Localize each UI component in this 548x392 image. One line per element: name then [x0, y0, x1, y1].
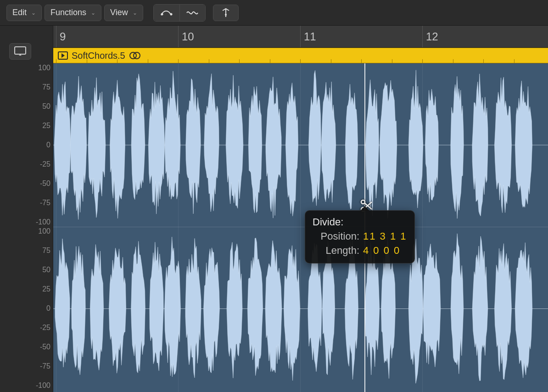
- view-menu-label: View: [110, 8, 128, 17]
- svg-marker-54: [472, 236, 488, 381]
- functions-menu[interactable]: Functions ⌄: [45, 5, 101, 21]
- svg-marker-13: [148, 82, 164, 214]
- svg-marker-31: [515, 81, 532, 207]
- svg-marker-28: [451, 76, 464, 218]
- amplitude-label: 75: [42, 83, 50, 91]
- svg-marker-55: [494, 244, 511, 380]
- svg-marker-35: [90, 245, 103, 370]
- amplitude-label: -50: [40, 179, 50, 188]
- amplitude-label: 100: [38, 227, 50, 235]
- svg-marker-45: [284, 246, 300, 381]
- svg-marker-23: [345, 84, 358, 209]
- amplitude-label: -25: [40, 160, 50, 168]
- chevron-down-icon: ⌄: [133, 10, 137, 16]
- tooltip-key: Length:: [313, 244, 363, 258]
- svg-marker-24: [366, 80, 379, 216]
- waveform-area[interactable]: Divide: Position:11 3 1 1Length:4 0 0 0: [53, 63, 548, 392]
- amplitude-label: -75: [40, 362, 50, 370]
- waveform-right-svg: [53, 227, 548, 390]
- ruler-bar-label: 10: [182, 30, 194, 43]
- tooltip-title: Divide:: [313, 215, 407, 230]
- svg-marker-11: [110, 80, 125, 218]
- svg-marker-33: [55, 239, 70, 367]
- tooltip-row: Length:4 0 0 0: [313, 244, 407, 258]
- svg-marker-10: [88, 78, 106, 218]
- svg-marker-12: [131, 74, 145, 200]
- amplitude-label: 50: [42, 102, 50, 111]
- svg-marker-15: [186, 78, 201, 213]
- svg-marker-9: [70, 76, 86, 219]
- amplitude-label: -50: [40, 343, 50, 351]
- edit-menu[interactable]: Edit ⌄: [6, 5, 42, 21]
- flex-loop-button[interactable]: [179, 5, 205, 21]
- svg-marker-16: [204, 74, 219, 212]
- chevron-down-icon: ⌄: [31, 10, 36, 16]
- time-ruler[interactable]: 9101112: [53, 26, 548, 48]
- tooltip-row: Position:11 3 1 1: [313, 230, 407, 244]
- view-menu[interactable]: View ⌄: [104, 5, 143, 21]
- svg-marker-26: [408, 70, 423, 208]
- region-header-ticks: [53, 59, 548, 63]
- amplitude-label: 100: [38, 64, 50, 72]
- svg-marker-37: [131, 241, 145, 373]
- svg-marker-29: [472, 74, 488, 216]
- amplitude-label: 0: [46, 304, 50, 313]
- amplitude-label: -75: [40, 199, 50, 207]
- svg-marker-22: [321, 82, 336, 202]
- svg-marker-43: [247, 238, 263, 375]
- flex-curve-button[interactable]: [154, 5, 179, 21]
- ruler-bar-label: 9: [60, 30, 66, 43]
- svg-marker-19: [266, 77, 281, 218]
- amplitude-label: 25: [42, 122, 50, 130]
- amplitude-label: 25: [42, 285, 50, 293]
- svg-marker-53: [451, 234, 464, 374]
- amplitude-label: 50: [42, 266, 50, 274]
- ruler-bar-label: 12: [426, 30, 438, 43]
- svg-point-1: [170, 13, 172, 15]
- edit-menu-label: Edit: [12, 8, 27, 17]
- editor-toolbar: Edit ⌄ Functions ⌄ View ⌄: [0, 0, 548, 26]
- region-header[interactable]: SoftChords.5: [53, 48, 548, 63]
- svg-marker-21: [309, 70, 321, 206]
- amplitude-label: -100: [36, 381, 50, 390]
- tooltip-value: 11 3 1 1: [363, 230, 407, 244]
- channel-right: [53, 227, 548, 390]
- svg-marker-25: [380, 80, 397, 218]
- svg-marker-20: [285, 83, 298, 216]
- tooltip-key: Position:: [313, 230, 363, 244]
- svg-marker-44: [265, 241, 282, 373]
- svg-marker-8: [54, 82, 71, 215]
- svg-marker-52: [423, 244, 441, 367]
- svg-marker-17: [226, 75, 243, 208]
- amplitude-label: -25: [40, 324, 50, 332]
- svg-rect-4: [15, 47, 26, 54]
- catalog-button[interactable]: [9, 43, 31, 60]
- transient-marker-button[interactable]: [213, 5, 239, 21]
- svg-marker-41: [204, 248, 220, 373]
- tooltip-value: 4 0 0 0: [363, 244, 400, 258]
- svg-marker-42: [227, 242, 242, 378]
- tool-group-flex: [153, 4, 206, 22]
- svg-point-0: [161, 13, 163, 15]
- amplitude-label: 75: [42, 246, 50, 255]
- svg-marker-18: [248, 86, 262, 213]
- editor-main: 1007550250-25-50-75-1001007550250-25-50-…: [0, 26, 548, 392]
- divide-tooltip: Divide: Position:11 3 1 1Length:4 0 0 0: [305, 210, 415, 263]
- chevron-down-icon: ⌄: [91, 10, 95, 16]
- play-region-icon: [58, 51, 68, 60]
- svg-marker-40: [185, 238, 201, 378]
- svg-marker-56: [515, 243, 532, 378]
- waveform-left-svg: [53, 63, 548, 227]
- svg-marker-30: [494, 77, 511, 213]
- functions-menu-label: Functions: [50, 8, 86, 17]
- svg-marker-34: [72, 246, 85, 375]
- ruler-bar-label: 11: [304, 30, 316, 43]
- svg-point-3: [225, 14, 227, 16]
- svg-marker-36: [109, 248, 126, 373]
- stereo-icon: [129, 51, 141, 60]
- amplitude-ruler: 1007550250-25-50-75-1001007550250-25-50-…: [0, 63, 53, 392]
- channel-left: [53, 63, 548, 227]
- svg-marker-27: [425, 89, 439, 202]
- amplitude-label: 0: [46, 141, 50, 149]
- amplitude-label: -100: [36, 218, 50, 226]
